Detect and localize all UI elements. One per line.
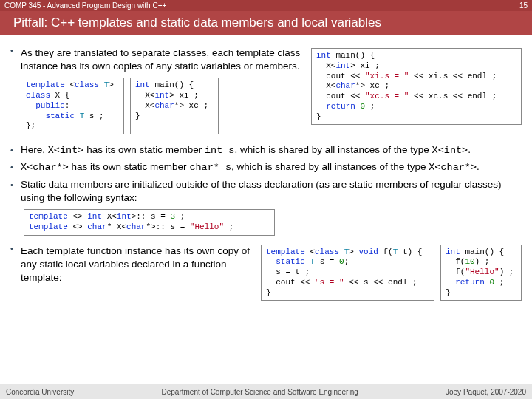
bullet-text: As they are translated to separate class…	[21, 44, 522, 137]
bullet-text: Static data members are initialized outs…	[21, 178, 522, 205]
page-number: 15	[519, 1, 528, 10]
bullet-dot: •	[10, 143, 21, 157]
inline-code: X<int>	[48, 145, 84, 156]
bullet-5: • Each template function instance has it…	[10, 242, 522, 301]
inline-code: char* s	[189, 162, 231, 173]
bullet-3: • X<char*> has its own static member cha…	[10, 160, 522, 174]
bullet-dot: •	[10, 242, 21, 301]
inline-code: int s	[205, 145, 235, 156]
bullet-1-text: As they are translated to separate class…	[21, 47, 300, 72]
code-static-init: template <> int X<int>:: s = 3 ; templat…	[24, 209, 275, 236]
footer: Concordia University Department of Compu…	[0, 384, 532, 399]
slide-title-bar: Pitfall: C++ templates and static data m…	[0, 11, 532, 35]
bullet-4: • Static data members are initialized ou…	[10, 178, 522, 205]
slide-title: Pitfall: C++ templates and static data m…	[13, 16, 381, 30]
top-bar: COMP 345 - Advanced Program Design with …	[0, 0, 532, 11]
bullet-text: Each template function instance has its …	[21, 242, 522, 301]
footer-left: Concordia University	[6, 388, 74, 396]
bullet-dot: •	[10, 178, 21, 205]
bullet-2: • Here, X<int> has its own static member…	[10, 143, 522, 157]
code-func-template: template <class T> void f(T t) { static …	[261, 245, 434, 301]
inline-code: X<char*>	[21, 162, 69, 173]
code-main-cout: int main() { X<int> xi ; cout << "xi.s =…	[311, 48, 522, 125]
code-template-class: template <class T> class X { public: sta…	[21, 78, 124, 134]
footer-right: Joey Paquet, 2007-2020	[446, 388, 526, 396]
bullet-text: Here, X<int> has its own static member i…	[21, 143, 522, 157]
inline-code: X<char*>	[429, 162, 477, 173]
bullet-1: • As they are translated to separate cla…	[10, 44, 522, 137]
bullet-dot: •	[10, 160, 21, 174]
code-main-simple: int main() { X<int> xi ; X<char*> xc ; }	[130, 78, 219, 134]
bullet-text: X<char*> has its own static member char*…	[21, 160, 522, 174]
inline-code: X<int>	[432, 145, 468, 156]
slide-body: • As they are translated to separate cla…	[0, 35, 532, 301]
footer-center: Department of Computer Science and Softw…	[162, 388, 358, 396]
course-code: COMP 345 - Advanced Program Design with …	[4, 1, 166, 10]
code-main-f: int main() { f(10) ; f("Hello") ; return…	[440, 245, 522, 301]
bullet-dot: •	[10, 44, 21, 137]
